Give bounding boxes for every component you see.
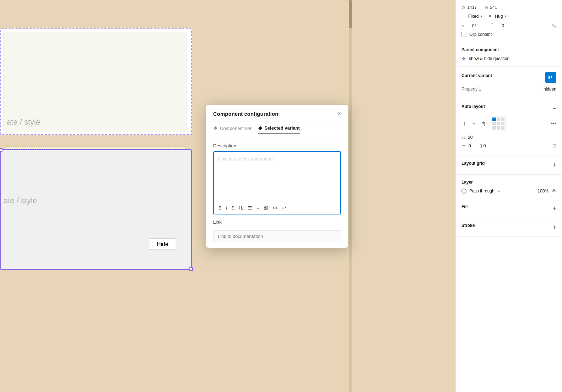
- al-right-btn[interactable]: →: [469, 120, 478, 127]
- link-button[interactable]: ⛓: [262, 204, 270, 212]
- w-value[interactable]: 1417: [467, 5, 478, 10]
- frame-top-label: ate / style: [7, 118, 40, 127]
- variant-controls-button[interactable]: [545, 72, 556, 83]
- dimensions-section: W 1417 H 341 ⊣ Fixed ▾ ✕ Hug ▾ ↖ 0° ⌒: [456, 0, 562, 42]
- fill-add-button[interactable]: +: [552, 205, 556, 212]
- svg-rect-1: [551, 76, 552, 78]
- layer-mode-icon: [461, 189, 466, 194]
- current-variant-title: Current variant: [461, 73, 492, 78]
- editor-toolbar: B I S H₁ ☰ ≡ ⛓ <> ↩: [214, 202, 340, 214]
- canvas-scrollbar-thumb[interactable]: [349, 0, 352, 28]
- property-row: Property 1 hidden: [461, 87, 556, 92]
- tab-selected-variant-label: Selected variant: [264, 125, 300, 131]
- modal-header: Component configuration ×: [206, 105, 348, 121]
- tab-component-set-label: Component set: [220, 126, 251, 131]
- layer-title: Layer: [461, 180, 556, 185]
- h-label: H: [485, 5, 488, 10]
- eye-icon[interactable]: 👁: [551, 188, 556, 194]
- frame-top-inner: ate / style: [4, 32, 188, 131]
- strikethrough-button[interactable]: S: [229, 204, 236, 212]
- stroke-section: Stroke +: [456, 218, 562, 237]
- bold-button[interactable]: B: [217, 204, 223, 212]
- layer-mode-chevron[interactable]: ▾: [498, 189, 500, 193]
- h-value[interactable]: 341: [490, 5, 501, 10]
- link-input[interactable]: [213, 230, 341, 242]
- al-wrap-btn[interactable]: ↰: [480, 120, 487, 128]
- height-sizing-icon: ✕: [488, 13, 492, 19]
- layer-mode-value[interactable]: Pass through: [469, 189, 495, 194]
- fill-title: Fill: [461, 204, 468, 209]
- parent-component-section: Parent component ❖ show & hide question: [456, 42, 562, 67]
- modal-title: Component configuration: [213, 111, 278, 117]
- height-sizing-field: ✕ Hug ▾: [488, 13, 507, 19]
- layout-grid-row: Layout grid +: [461, 161, 556, 169]
- italic-button[interactable]: I: [224, 204, 229, 212]
- layout-grid-title: Layout grid: [461, 161, 485, 166]
- modal-close-button[interactable]: ×: [337, 110, 341, 117]
- hide-btn-area: Hide: [150, 239, 175, 250]
- al-grid-cell-tm: [497, 118, 500, 121]
- width-field: W 1417: [461, 5, 478, 10]
- tab-component-set[interactable]: ❖ Component set: [213, 125, 251, 133]
- spacing-row: ⇔ 20: [461, 135, 556, 140]
- stroke-title: Stroke: [461, 223, 475, 228]
- al-down-btn[interactable]: ↓: [461, 120, 467, 127]
- layer-section: Layer Pass through ▾ 100% 👁: [456, 175, 562, 199]
- rot-corner-row: ↖ 0° ⌒ 0 ⤡: [461, 22, 556, 29]
- layer-row: Pass through ▾ 100% 👁: [461, 188, 556, 194]
- al-grid-cell-bl: [492, 126, 496, 130]
- component-set-icon: ❖: [213, 125, 218, 131]
- ordered-list-button[interactable]: ≡: [255, 204, 261, 212]
- frame-corner-br: [189, 267, 193, 271]
- padding-v-icon: ▯: [480, 143, 482, 148]
- autolayout-header: Auto layout −: [461, 104, 556, 113]
- description-editor[interactable]: How to use this component B I S H₁ ☰ ≡ ⛓…: [213, 151, 341, 214]
- heading-button[interactable]: H₁: [237, 204, 245, 212]
- description-placeholder[interactable]: How to use this component: [214, 152, 340, 202]
- modal-body: Description How to use this component B …: [206, 137, 348, 248]
- al-controls: ↓ → ↰ •••: [461, 116, 556, 131]
- width-sizing-chevron[interactable]: ▾: [481, 14, 482, 18]
- padding-h-value[interactable]: 0: [469, 143, 471, 148]
- rotation-value[interactable]: 0°: [472, 23, 476, 28]
- autolayout-remove-button[interactable]: −: [552, 105, 556, 111]
- corner-value[interactable]: 0: [502, 23, 504, 28]
- spacing-value[interactable]: 20: [468, 135, 472, 140]
- width-sizing-field: ⊣ Fixed ▾: [461, 13, 482, 19]
- autolayout-title: Auto layout: [461, 104, 485, 109]
- svg-rect-0: [549, 76, 550, 79]
- parent-component-icon: ❖: [461, 56, 466, 61]
- parent-component-name[interactable]: show & hide question: [469, 56, 509, 61]
- width-sizing-value[interactable]: Fixed: [468, 14, 479, 19]
- frame-corner-tl: [0, 148, 2, 152]
- component-config-modal: Component configuration × ❖ Component se…: [206, 105, 348, 248]
- link-section: Link: [213, 219, 341, 242]
- al-more-button[interactable]: •••: [550, 120, 556, 127]
- embed-button[interactable]: ↩: [280, 204, 288, 212]
- right-panel: W 1417 H 341 ⊣ Fixed ▾ ✕ Hug ▾ ↖ 0° ⌒: [455, 0, 562, 392]
- parent-component-title: Parent component: [461, 47, 556, 52]
- padding-h-field: 0: [469, 143, 471, 148]
- property-value[interactable]: hidden: [544, 87, 556, 92]
- layout-grid-add-button[interactable]: +: [552, 162, 556, 169]
- canvas-scrollbar[interactable]: [349, 0, 352, 392]
- padding-row: ▭ 0 ▯ 0 ⊡: [461, 143, 556, 148]
- property-name: Property 1: [461, 87, 481, 92]
- unordered-list-button[interactable]: ☰: [246, 204, 254, 212]
- code-button[interactable]: <>: [271, 204, 280, 212]
- selected-variant-icon: ◆: [258, 125, 262, 131]
- rotation-icon: ↖: [461, 23, 465, 28]
- stroke-add-button[interactable]: +: [552, 224, 556, 231]
- clip-content-label: Clip content: [469, 32, 492, 37]
- al-grid-cell-mm: [497, 122, 500, 125]
- height-sizing-value[interactable]: Hug: [495, 14, 503, 19]
- parent-component-row: ❖ show & hide question: [461, 56, 556, 61]
- layer-opacity-value[interactable]: 100%: [537, 189, 549, 194]
- height-sizing-chevron[interactable]: ▾: [505, 14, 507, 18]
- padding-v-value[interactable]: 0: [483, 143, 486, 148]
- al-grid-cell-tl: [492, 118, 496, 121]
- clip-content-checkbox[interactable]: [461, 32, 466, 37]
- hide-button[interactable]: Hide: [150, 239, 175, 250]
- tab-selected-variant[interactable]: ◆ Selected variant: [258, 125, 300, 134]
- auto-layout-section: Auto layout − ↓ → ↰ ••• ⇔ 20: [456, 99, 562, 156]
